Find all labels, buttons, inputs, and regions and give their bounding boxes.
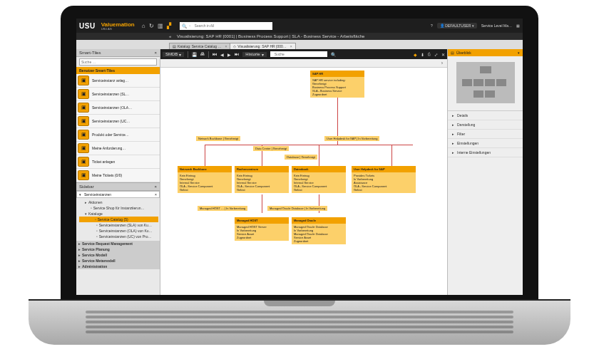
smart-tile[interactable]: ▣Produkt oder Service…: [76, 128, 160, 142]
tile-icon: ▣: [78, 89, 89, 99]
tile-label: Serviceinstanzen (OLA…: [92, 105, 132, 110]
smart-tile[interactable]: ▣Serviceinstanzen (UC…: [76, 115, 160, 128]
smart-tiles-list: ▣Serviceinstanz anleg… ▣Serviceinstanzen…: [76, 74, 160, 182]
canvas-search[interactable]: [270, 51, 327, 57]
sidebar-header: Sidebar ×: [76, 183, 160, 191]
smart-tile[interactable]: ▣Serviceinstanzen (OLA…: [76, 101, 160, 115]
search-go-icon[interactable]: 🔍: [331, 52, 336, 57]
diagram-node-root[interactable]: SAP HR SAP HR service including: Genehmi…: [310, 71, 364, 98]
prev-icon[interactable]: ◀: [220, 52, 224, 57]
close-icon[interactable]: ×: [155, 192, 157, 197]
tree-node[interactable]: ▫Serviceinstanzen (SLA) von Ku…: [79, 222, 158, 228]
reload-icon[interactable]: ↻: [149, 23, 154, 29]
chevron-down-icon: ▾: [179, 52, 181, 57]
tree-node[interactable]: ▫Service Shop für Instanziierun…: [79, 205, 158, 211]
next-icon[interactable]: ▶: [227, 52, 231, 57]
tree-label: Service Catalog (5): [98, 217, 128, 222]
item-label: Filter: [457, 132, 465, 136]
diagram-node[interactable]: User Helpdesk for SAP Provides TicketsIn…: [352, 166, 416, 193]
smart-tile[interactable]: ▣Meine Anforderung…: [76, 142, 160, 155]
tree-node[interactable]: ▾Kataloge: [79, 211, 158, 217]
diagram-canvas[interactable]: SAP HR SAP HR service including: Genehmi…: [160, 68, 447, 295]
tabs-menu-icon[interactable]: «: [169, 34, 171, 38]
close-icon[interactable]: ×: [290, 44, 292, 48]
global-search[interactable]: 🔍 ▾: [180, 22, 272, 30]
app-screen: USU Valuemation USU AG ⌂ ↻ ▥ ▞ 🔍 ▾ ? 👤: [76, 19, 523, 295]
sidebar-folder[interactable]: ▸Service Planung: [76, 246, 160, 252]
node-body: Kein EintragGenehmigtInternal ServiceOLA…: [292, 172, 346, 193]
collapse-icon[interactable]: ▾: [518, 51, 520, 55]
tile-label: Serviceinstanz anleg…: [92, 78, 128, 83]
smart-tile[interactable]: ▣Ticket anlegen: [76, 155, 160, 169]
panel-item-darstellung[interactable]: ▸Darstellung: [448, 120, 523, 130]
sidebar-folder[interactable]: ▸Service Request Management: [76, 241, 160, 246]
last-icon[interactable]: ⏭: [235, 52, 239, 56]
home-icon[interactable]: ⌂: [142, 23, 145, 29]
page-title-bar: « Visualisierung: SAP HR [0001] | Busine…: [76, 33, 523, 40]
sidebar-folder[interactable]: ▸Service Metamodell: [76, 258, 160, 264]
overview-band[interactable]: ▤ Überblick ▾: [448, 49, 523, 56]
chevron-down-icon: ▾: [79, 192, 81, 197]
help-icon[interactable]: ?: [431, 24, 433, 28]
tree-label: Kataloge: [88, 212, 103, 216]
tile-label: Serviceinstanzen (SL…: [92, 92, 129, 96]
smart-tile[interactable]: ▣Serviceinstanz anleg…: [76, 74, 160, 88]
save-icon[interactable]: 💾: [192, 52, 197, 57]
close-icon[interactable]: ×: [225, 44, 227, 48]
diagram-node[interactable]: Rechenzentrum Kein EintragGenehmigtInter…: [235, 166, 289, 193]
sidebar-folder[interactable]: ▸Administration: [76, 264, 160, 269]
user-menu[interactable]: 👤 DEFAULTUSER ▾: [437, 23, 477, 28]
folder-label: Service Metamodell: [82, 259, 116, 263]
smart-tiles-search[interactable]: [79, 58, 157, 66]
canvas-toolbar: SMDB▾ 💾 🖶 ⏮ ◀ ▶ ⏭ Historie▾ 🔍 ◆: [160, 49, 447, 59]
expand-icon[interactable]: ⤢: [434, 52, 438, 57]
node-body: Managed Oracle DatabaseIn VorbereitungMa…: [292, 224, 346, 244]
diagram-node[interactable]: Datenbank Kein EintragGenehmigtInternal …: [292, 166, 346, 193]
tab-catalog[interactable]: ▤ Katalog: Service Catalog … ×: [169, 43, 230, 49]
canvas-search-input[interactable]: [273, 51, 324, 57]
panel-item-details[interactable]: ▸Details: [448, 111, 523, 120]
tree-node-selected[interactable]: ▫Service Catalog (5): [79, 217, 158, 222]
tree-node[interactable]: ▫Serviceinstanzen (UC) von Pro…: [79, 234, 158, 239]
smart-tile[interactable]: ▣Serviceinstanzen (SL…: [76, 88, 160, 101]
tab-label: Visualisierung: SAP HR [000…: [237, 44, 286, 48]
smart-tile[interactable]: ▣Meine Tickets (0/0): [76, 169, 160, 182]
print-icon[interactable]: 🖶: [200, 52, 205, 56]
search-scope-dropdown[interactable]: ▾: [189, 24, 191, 28]
chevron-icon: ▸: [78, 253, 81, 257]
close-icon[interactable]: ×: [154, 184, 157, 189]
avatar-icon: 👤: [440, 24, 444, 28]
panel-item-intern[interactable]: ▸Interne Einstellungen: [448, 148, 523, 157]
doc-icon[interactable]: ▥: [158, 23, 163, 29]
tab-visualization[interactable]: ◇ Visualisierung: SAP HR [000… ×: [230, 43, 295, 49]
chart-icon[interactable]: ▞: [167, 23, 171, 29]
collapse-right-icon[interactable]: ›: [441, 61, 443, 66]
sidebar-group-label: Serviceinstanzen: [84, 192, 111, 197]
highlight-icon[interactable]: ◆: [414, 52, 417, 57]
sidebar-folder[interactable]: ▸Service Modell: [76, 252, 160, 258]
global-search-input[interactable]: [193, 23, 270, 28]
panel-item-filter[interactable]: ▸Filter: [448, 130, 523, 139]
close-icon[interactable]: ✕: [441, 52, 445, 57]
sidebar-group[interactable]: ▾ Serviceinstanzen ×: [76, 191, 160, 198]
diagram-node[interactable]: Managed Oracle Managed Oracle DatabaseIn…: [292, 217, 346, 244]
download-icon[interactable]: ⬇: [421, 52, 424, 57]
tile-label: Serviceinstanzen (UC…: [92, 119, 130, 123]
chevron-icon: ▾: [85, 212, 87, 216]
first-icon[interactable]: ⏮: [213, 52, 217, 56]
diagram-node[interactable]: Managed HOST Managed HOST ServerIn Vorbe…: [235, 217, 289, 241]
mode-dropdown[interactable]: SMDB▾: [163, 52, 184, 57]
edge-label: User Helpdesk for SAP | In Vorbereitung: [324, 136, 379, 141]
node-title: SAP HR: [310, 71, 364, 77]
diagram-node[interactable]: Netzwerk Backbone Kein EintragGenehmigtI…: [178, 166, 232, 193]
folder-label: Administration: [82, 264, 107, 269]
tree-node[interactable]: ▫Serviceinstanzen (OLA) von Ku…: [79, 228, 158, 234]
overview-minimap[interactable]: [448, 56, 523, 110]
panel-item-einstellungen[interactable]: ▸Einstellungen: [448, 139, 523, 148]
tree-label: Serviceinstanzen (OLA) von Ku…: [99, 229, 153, 233]
history-dropdown[interactable]: Historie▾: [242, 52, 266, 57]
capture-icon[interactable]: ⎙: [428, 52, 431, 56]
config-icon[interactable]: ▦: [516, 24, 520, 28]
close-icon[interactable]: ×: [154, 51, 157, 55]
tree-node[interactable]: ▸Aktionen: [79, 199, 158, 205]
